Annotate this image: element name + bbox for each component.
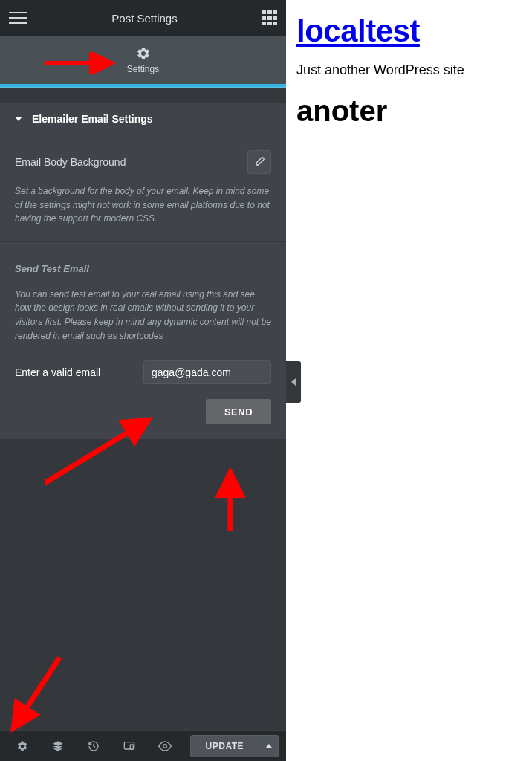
accordion-title: Elemailer Email Settings: [32, 113, 153, 125]
accordion-elemailer[interactable]: Elemailer Email Settings: [0, 103, 286, 135]
spacer: [0, 242, 286, 263]
panel-title: Post Settings: [111, 12, 177, 25]
tab-label: Settings: [127, 64, 159, 74]
email-input-label: Enter a valid email: [15, 366, 136, 378]
brush-icon: [253, 156, 265, 168]
tab-settings[interactable]: Settings: [0, 36, 286, 88]
test-email-description: You can send test email to your real ema…: [15, 288, 271, 343]
settings-icon[interactable]: [4, 731, 40, 762]
section-body-bg: Email Body Background Set a background f…: [0, 135, 286, 241]
preview-icon[interactable]: [147, 731, 183, 762]
site-tagline: Just another WordPress site: [296, 62, 522, 78]
responsive-icon[interactable]: [111, 731, 147, 762]
svg-point-2: [163, 744, 167, 748]
editor-panel: Post Settings Settings Elemailer Email S…: [0, 0, 286, 761]
tab-indicator: [0, 84, 286, 87]
site-title-link[interactable]: localtest: [296, 13, 522, 49]
panel-collapse-handle[interactable]: [286, 361, 301, 403]
caret-up-icon: [266, 744, 272, 748]
chevron-left-icon: [291, 378, 296, 386]
body-bg-description: Set a background for the body of your em…: [15, 184, 271, 226]
preview-area: localtest Just another WordPress site an…: [286, 0, 532, 761]
update-options-button[interactable]: [259, 735, 279, 757]
topbar: Post Settings: [0, 0, 286, 36]
gear-icon: [136, 46, 151, 61]
field-label-body-bg: Email Body Background: [15, 156, 126, 168]
history-icon[interactable]: [76, 731, 111, 762]
email-input[interactable]: [143, 360, 271, 384]
menu-icon[interactable]: [9, 9, 27, 27]
empty-area: [0, 439, 286, 730]
page-heading: anoter: [296, 94, 522, 128]
spacer: [0, 88, 286, 103]
section-test-email: Send Test Email You can send test email …: [0, 263, 286, 439]
test-email-header: Send Test Email: [15, 263, 271, 274]
background-picker-button[interactable]: [247, 150, 271, 174]
caret-down-icon: [15, 117, 22, 121]
panel-body: Elemailer Email Settings Email Body Back…: [0, 88, 286, 730]
bottombar: UPDATE: [0, 730, 286, 761]
send-button[interactable]: SEND: [206, 399, 271, 424]
update-button[interactable]: UPDATE: [190, 735, 259, 757]
navigator-icon[interactable]: [40, 731, 76, 762]
widgets-icon[interactable]: [262, 10, 277, 25]
svg-rect-1: [130, 745, 133, 749]
